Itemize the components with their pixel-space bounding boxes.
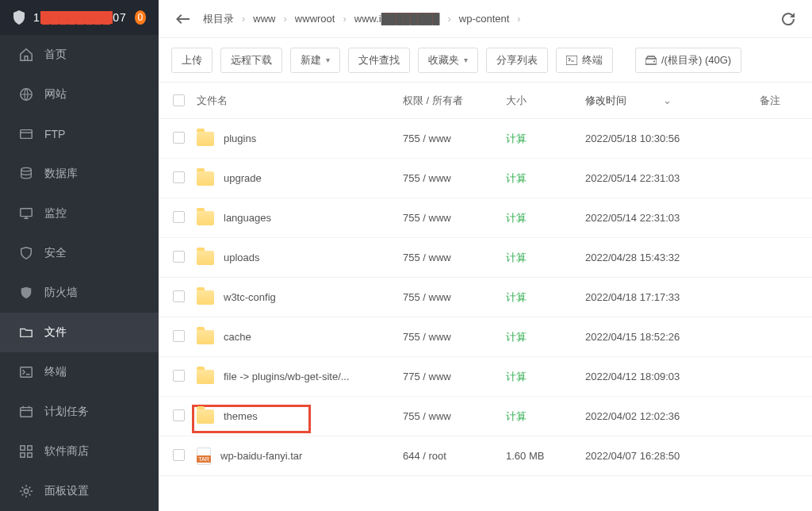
row-checkbox[interactable] — [159, 370, 197, 384]
file-mtime: 2022/04/12 18:09:03 — [585, 371, 760, 382]
sidebar-item-home[interactable]: 首页 — [0, 35, 159, 75]
remote-download-button[interactable]: 远程下载 — [220, 48, 282, 73]
svg-rect-8 — [21, 453, 25, 457]
row-checkbox[interactable] — [159, 132, 197, 146]
folder-icon — [197, 171, 214, 186]
file-row[interactable]: cache755 / www计算2022/04/15 18:52:26 — [159, 317, 812, 357]
column-note[interactable]: 备注 — [760, 94, 806, 108]
row-checkbox[interactable] — [159, 290, 197, 305]
file-permission: 755 / www — [403, 212, 506, 224]
column-permission[interactable]: 权限 / 所有者 — [403, 94, 506, 108]
file-name: wp-baidu-fanyi.tar — [220, 450, 302, 462]
sidebar-item-database[interactable]: 数据库 — [0, 154, 159, 194]
sidebar: 1████████07 0 首页网站FTP数据库监控安全防火墙文件终端计划任务软… — [0, 0, 159, 511]
sidebar-item-label: 面板设置 — [44, 484, 89, 498]
sidebar-item-apps[interactable]: 软件商店 — [0, 432, 159, 471]
terminal-button[interactable]: 终端 — [556, 48, 613, 73]
breadcrumb-item[interactable]: wwwroot — [295, 13, 335, 25]
sidebar-item-shield[interactable]: 安全 — [0, 233, 159, 273]
file-name-cell[interactable]: wp-baidu-fanyi.tar — [197, 448, 403, 465]
sidebar-item-label: 监控 — [44, 206, 67, 221]
chevron-right-icon: › — [517, 13, 520, 25]
firewall-icon — [19, 286, 33, 300]
sidebar-item-folder[interactable]: 文件 — [0, 313, 159, 352]
new-button[interactable]: 新建▾ — [290, 48, 340, 73]
back-button[interactable] — [171, 8, 193, 30]
terminal-icon — [19, 365, 33, 379]
breadcrumb-item[interactable]: www.i████████ — [354, 13, 440, 25]
sidebar-item-ftp[interactable]: FTP — [0, 114, 159, 154]
file-name: languages — [224, 212, 271, 224]
file-size[interactable]: 计算 — [506, 370, 585, 384]
file-row[interactable]: file -> plugins/wb-get-site/...775 / www… — [159, 357, 812, 397]
row-checkbox[interactable] — [159, 211, 197, 225]
refresh-button[interactable] — [777, 8, 799, 30]
share-list-button[interactable]: 分享列表 — [486, 48, 548, 73]
file-name-cell[interactable]: upgrade — [197, 171, 403, 186]
file-table-header: 文件名 权限 / 所有者 大小 修改时间 ⌄ 备注 — [159, 83, 812, 119]
file-name: w3tc-config — [224, 291, 276, 303]
file-size[interactable]: 计算 — [506, 251, 585, 265]
favorites-button[interactable]: 收藏夹▾ — [418, 48, 478, 73]
file-row[interactable]: wp-baidu-fanyi.tar644 / root1.60 MB2022/… — [159, 436, 812, 476]
file-search-button[interactable]: 文件查找 — [348, 48, 410, 73]
tar-file-icon — [197, 448, 211, 465]
apps-icon — [19, 444, 33, 459]
file-row[interactable]: w3tc-config755 / www计算2022/04/18 17:17:3… — [159, 278, 812, 317]
breadcrumbs: 根目录›www›wwwroot›www.i████████›wp-content… — [203, 12, 768, 26]
row-checkbox[interactable] — [159, 409, 197, 424]
file-name-cell[interactable]: languages — [197, 211, 403, 225]
row-checkbox[interactable] — [159, 330, 197, 344]
file-row[interactable]: themes755 / www计算2022/04/02 12:02:36 — [159, 397, 812, 436]
sidebar-item-globe[interactable]: 网站 — [0, 75, 159, 114]
sidebar-item-firewall[interactable]: 防火墙 — [0, 273, 159, 313]
file-name-cell[interactable]: plugins — [197, 132, 403, 146]
row-checkbox[interactable] — [159, 171, 197, 186]
svg-rect-1 — [21, 130, 32, 139]
sidebar-nav: 首页网站FTP数据库监控安全防火墙文件终端计划任务软件商店面板设置 — [0, 35, 159, 511]
file-row[interactable]: uploads755 / www计算2022/04/28 15:43:32 — [159, 238, 812, 278]
file-name-cell[interactable]: cache — [197, 330, 403, 344]
breadcrumb-item[interactable]: 根目录 — [203, 12, 234, 26]
column-size[interactable]: 大小 — [506, 94, 585, 108]
file-name: themes — [224, 410, 258, 422]
file-permission: 755 / www — [403, 331, 506, 343]
sidebar-item-label: 安全 — [44, 246, 67, 260]
file-size[interactable]: 计算 — [506, 409, 585, 424]
file-size[interactable]: 计算 — [506, 330, 585, 344]
sidebar-item-cron[interactable]: 计划任务 — [0, 392, 159, 432]
breadcrumb-item[interactable]: www — [253, 13, 275, 25]
file-size[interactable]: 计算 — [506, 132, 585, 146]
file-mtime: 2022/05/14 22:31:03 — [585, 172, 760, 184]
file-name-cell[interactable]: themes — [197, 409, 403, 424]
file-size[interactable]: 计算 — [506, 171, 585, 186]
sidebar-item-label: 首页 — [44, 48, 67, 62]
file-row[interactable]: upgrade755 / www计算2022/05/14 22:31:03 — [159, 159, 812, 198]
notification-badge[interactable]: 0 — [135, 10, 146, 25]
column-mtime[interactable]: 修改时间 ⌄ — [585, 94, 760, 108]
sidebar-item-settings[interactable]: 面板设置 — [0, 471, 159, 511]
file-size[interactable]: 计算 — [506, 211, 585, 225]
sidebar-item-label: 软件商店 — [44, 444, 89, 459]
row-checkbox[interactable] — [159, 251, 197, 265]
file-name-cell[interactable]: file -> plugins/wb-get-site/... — [197, 370, 403, 384]
server-ip: 1████████07 — [33, 11, 127, 24]
disk-button[interactable]: /(根目录) (40G) — [635, 48, 741, 73]
row-checkbox[interactable] — [159, 449, 197, 463]
file-name-cell[interactable]: w3tc-config — [197, 290, 403, 305]
terminal-icon — [566, 56, 577, 65]
sidebar-item-terminal[interactable]: 终端 — [0, 352, 159, 392]
breadcrumb-item[interactable]: wp-content — [459, 13, 510, 25]
file-size[interactable]: 计算 — [506, 290, 585, 305]
svg-rect-9 — [28, 453, 32, 457]
file-name-cell[interactable]: uploads — [197, 251, 403, 265]
file-permission: 775 / www — [403, 371, 506, 382]
file-row[interactable]: plugins755 / www计算2022/05/18 10:30:56 — [159, 119, 812, 159]
file-row[interactable]: languages755 / www计算2022/05/14 22:31:03 — [159, 198, 812, 238]
column-name[interactable]: 文件名 — [197, 94, 403, 108]
sidebar-item-monitor[interactable]: 监控 — [0, 194, 159, 233]
upload-button[interactable]: 上传 — [171, 48, 213, 73]
select-all-checkbox[interactable] — [159, 94, 197, 106]
disk-icon — [645, 56, 657, 65]
chevron-right-icon: › — [242, 13, 245, 25]
